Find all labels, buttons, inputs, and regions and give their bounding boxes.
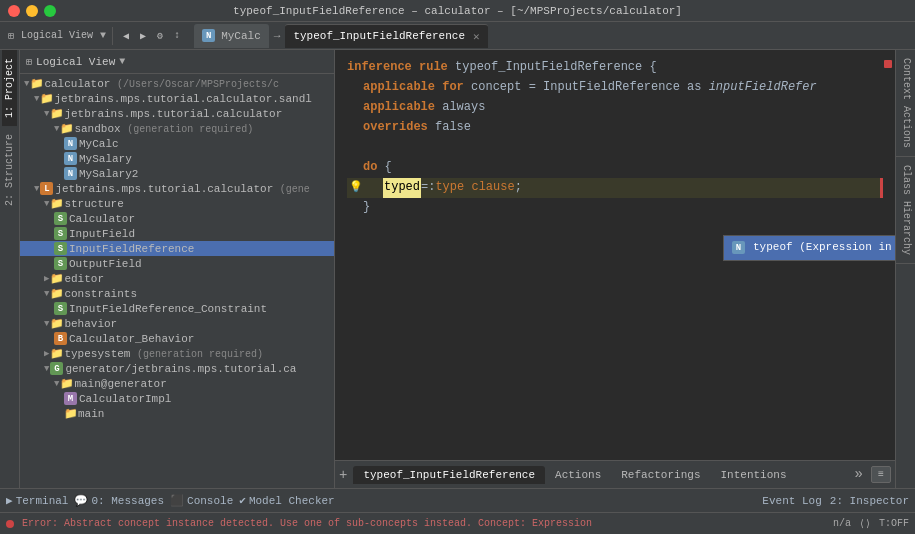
outputfield-label: OutputField <box>69 258 142 270</box>
tree-item-jb-calc[interactable]: ▼ L jetbrains.mps.tutorial.calculator (g… <box>20 181 334 196</box>
folder-icon-structure: 📁 <box>50 197 64 210</box>
id-typeof: typeof_InputFieldReference { <box>448 58 657 77</box>
mycalc-tab-label: MyCalc <box>221 30 261 42</box>
tree-item-editor[interactable]: ▶ 📁 editor <box>20 271 334 286</box>
L-badge: L <box>40 182 53 195</box>
event-log-tool[interactable]: Event Log <box>762 495 821 507</box>
id-always: always <box>435 98 485 117</box>
dropdown-arrow[interactable]: ▼ <box>100 30 106 41</box>
mycalc-badge: N <box>64 137 77 150</box>
add-tab-button[interactable]: + <box>339 467 347 483</box>
tab-main[interactable]: typeof_InputFieldReference ✕ <box>285 24 487 48</box>
console-label: Console <box>187 495 233 507</box>
bottom-tab-node[interactable]: typeof_InputFieldReference <box>353 466 545 484</box>
sidebar-dropdown-icon[interactable]: ▼ <box>119 56 125 67</box>
kw-inference: inference rule <box>347 58 448 77</box>
id-false: false <box>428 118 471 137</box>
mycalc-tree-label: MyCalc <box>79 138 119 150</box>
sidebar-item-project[interactable]: 1: Project <box>2 50 17 126</box>
sandbox-module-label: jetbrains.mps.tutorial.calculator.sandl <box>54 93 311 105</box>
tree-item-sandbox-folder[interactable]: ▼ 📁 sandbox (generation required) <box>20 121 334 136</box>
autocomplete-item-1[interactable]: N typeof (Expression in jetbrains.mps.ba… <box>724 236 895 260</box>
toolbar-nav1[interactable]: ◀ <box>119 28 133 44</box>
inputfieldref-badge: S <box>54 242 67 255</box>
tab-mycalc[interactable]: N MyCalc <box>194 24 269 48</box>
tree-item-structure[interactable]: ▼ 📁 structure <box>20 196 334 211</box>
right-tab-context-actions[interactable]: Context Actions <box>896 50 915 157</box>
tree-item-generator[interactable]: ▼ G generator/jetbrains.mps.tutorial.ca <box>20 361 334 376</box>
folder-icon-typesystem: 📁 <box>50 347 64 360</box>
folder-icon-sandbox: 📁 <box>60 122 74 135</box>
messages-tool[interactable]: 💬 0: Messages <box>74 494 164 507</box>
expand-arrow-constraints: ▼ <box>44 289 49 299</box>
tree-item-calcimpl[interactable]: M CalculatorImpl <box>20 391 334 406</box>
tree-item-calculator-s[interactable]: S Calculator <box>20 211 334 226</box>
bottom-tab-refactorings[interactable]: Refactorings <box>611 466 710 484</box>
code-line-4: overrides false <box>347 118 883 138</box>
tree-item-calc-behavior[interactable]: B Calculator_Behavior <box>20 331 334 346</box>
mysalary2-tree-label: MySalary2 <box>79 168 138 180</box>
folder-icon-calculator: 📁 <box>30 77 44 90</box>
close-button[interactable] <box>8 5 20 17</box>
folder-icon-constraints: 📁 <box>50 287 64 300</box>
folder-icon-editor: 📁 <box>50 272 64 285</box>
tree-item-constraints[interactable]: ▼ 📁 constraints <box>20 286 334 301</box>
window-controls <box>8 5 56 17</box>
expand-arrow-typesystem: ▶ <box>44 348 49 359</box>
mysalary2-badge: N <box>64 167 77 180</box>
tree-item-calc-sub[interactable]: ▼ 📁 jetbrains.mps.tutorial.calculator <box>20 106 334 121</box>
messages-icon: 💬 <box>74 494 88 507</box>
tree-item-main-gen[interactable]: ▼ 📁 main@generator <box>20 376 334 391</box>
tree-item-mysalary2[interactable]: N MySalary2 <box>20 166 334 181</box>
separator1 <box>112 27 113 45</box>
titlebar: typeof_InputFieldReference – calculator … <box>0 0 915 22</box>
tree-item-mysalary[interactable]: N MySalary <box>20 151 334 166</box>
console-tool[interactable]: ⬛ Console <box>170 494 233 507</box>
minimize-button[interactable] <box>26 5 38 17</box>
autocomplete-popup[interactable]: N typeof (Expression in jetbrains.mps.ba… <box>723 235 895 261</box>
tree-item-sandbox-module[interactable]: ▼ 📁 jetbrains.mps.tutorial.calculator.sa… <box>20 91 334 106</box>
toolbar-icon1: ⊞ <box>8 30 14 42</box>
typed-highlight: typed <box>383 178 421 197</box>
toolbar: ⊞ Logical View ▼ ◀ ▶ ⚙ ↕ N MyCalc → type… <box>0 22 915 50</box>
tree-item-behavior[interactable]: ▼ 📁 behavior <box>20 316 334 331</box>
tree-item-main[interactable]: 📁 main <box>20 406 334 421</box>
bulb-icon[interactable]: 💡 <box>349 179 363 197</box>
toolbar-sort[interactable]: ↕ <box>170 28 184 43</box>
toolbar-nav2[interactable]: ▶ <box>136 28 150 44</box>
bottom-tab-intentions[interactable]: Intentions <box>710 466 796 484</box>
bottom-tab-node-label: typeof_InputFieldReference <box>363 469 535 481</box>
toggle-label[interactable]: T:OFF <box>879 518 909 529</box>
inspector-tool[interactable]: 2: Inspector <box>830 495 909 507</box>
mysalary-badge: N <box>64 152 77 165</box>
kw-applicable2: applicable <box>363 98 435 117</box>
tree-item-inputfieldref[interactable]: S InputFieldReference <box>20 241 334 256</box>
code-line-6: do { <box>347 158 883 178</box>
maximize-button[interactable] <box>44 5 56 17</box>
more-tabs-button[interactable]: » <box>855 466 863 483</box>
generator-badge: G <box>50 362 63 375</box>
wrap-button[interactable]: ≡ <box>871 466 891 483</box>
tree-item-mycalc[interactable]: N MyCalc <box>20 136 334 151</box>
tab-arrow: → <box>271 28 284 44</box>
tree-item-inputfield[interactable]: S InputField <box>20 226 334 241</box>
model-checker-tool[interactable]: ✔ Model Checker <box>239 494 334 507</box>
tree-item-typesystem[interactable]: ▶ 📁 typesystem (generation required) <box>20 346 334 361</box>
code-editor[interactable]: inference rule typeof_InputFieldReferenc… <box>335 50 895 460</box>
logical-view-label[interactable]: Logical View <box>17 28 97 43</box>
tree-item-outputfield[interactable]: S OutputField <box>20 256 334 271</box>
toolbar-settings[interactable]: ⚙ <box>153 28 167 44</box>
id-semicolon: ; <box>515 178 522 197</box>
terminal-tool[interactable]: ▶ Terminal <box>6 494 68 507</box>
tree-item-constraint-item[interactable]: S InputFieldReference_Constraint <box>20 301 334 316</box>
bottom-tab-actions[interactable]: Actions <box>545 466 611 484</box>
expand-arrow-structure: ▼ <box>44 199 49 209</box>
right-tab-class-hierarchy[interactable]: Class Hierarchy <box>896 157 915 264</box>
autocomplete-item-text: typeof (Expression in jetbrains.mps.base… <box>753 239 895 257</box>
main-tab-label: typeof_InputFieldReference <box>293 30 465 42</box>
gutter-bulb: 💡 <box>347 179 367 197</box>
tab-close-icon[interactable]: ✕ <box>473 30 480 43</box>
tree-item-calculator[interactable]: ▼ 📁 calculator (/Users/Oscar/MPSProjects… <box>20 76 334 91</box>
sidebar-item-structure[interactable]: 2: Structure <box>2 126 17 214</box>
mycalc-tab-icon: N <box>202 29 215 42</box>
